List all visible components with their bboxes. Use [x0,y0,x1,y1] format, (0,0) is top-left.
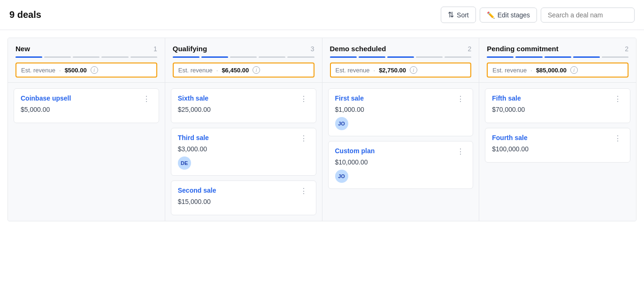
column-count: 3 [311,45,314,53]
sort-label: Sort [457,11,469,19]
revenue-label: Est. revenue [336,67,370,74]
deal-card[interactable]: Sixth sale ⋮ $25,000.00 [171,88,316,123]
deal-name[interactable]: First sale [335,94,364,102]
progress-bar [173,56,314,58]
deal-card[interactable]: Fourth sale ⋮ $100,000.00 [485,128,630,163]
deal-amount: $5,000.00 [21,106,152,113]
column-qualifying: Qualifying 3 Est. revenue · $6,450.00 i … [165,38,322,221]
progress-segment [330,56,357,58]
deal-amount: $70,000.00 [492,106,623,113]
revenue-value: $2,750.00 [379,67,406,74]
progress-segment [130,56,157,58]
revenue-label: Est. revenue [492,67,527,74]
revenue-dot: · [530,67,532,74]
progress-segment [387,56,414,58]
progress-bar [330,56,472,58]
deal-amount: $10,000.00 [335,158,467,166]
column-count: 1 [153,45,157,53]
avatar: DE [178,156,191,170]
deal-card-header: Custom plan ⋮ [335,147,467,156]
deal-card-header: Fourth sale ⋮ [492,134,623,143]
deal-name[interactable]: Sixth sale [178,94,208,102]
column-title-row: New 1 [15,45,157,53]
info-icon[interactable]: i [253,66,260,74]
deal-card[interactable]: Coinbase upsell ⋮ $5,000.00 [14,88,159,123]
column-header-pending-commitment: Pending commitment 2 Est. revenue · $85,… [479,38,636,83]
progress-bar [15,56,157,58]
edit-stages-label: Edit stages [498,11,530,19]
deal-card-header: Sixth sale ⋮ [178,94,309,104]
deal-card-header: Third sale ⋮ [178,134,309,143]
deal-card-header: Fifth sale ⋮ [492,94,623,104]
deal-amount: $25,000.00 [178,106,309,113]
deal-amount: $15,000.00 [178,198,309,205]
sort-button[interactable]: ⇅ Sort [441,7,476,23]
progress-bar [487,56,629,58]
deal-card[interactable]: Third sale ⋮ $3,000.00 DE [171,128,316,176]
column-title-row: Demo scheduled 2 [330,45,472,53]
column-new: New 1 Est. revenue · $500.00 i Coinbase … [8,38,165,221]
column-body-qualifying: Sixth sale ⋮ $25,000.00 Third sale ⋮ $3,… [165,83,322,221]
progress-segment [173,56,199,58]
revenue-box: Est. revenue · $85,000.00 i [487,63,629,78]
avatar: JO [335,117,348,130]
revenue-box: Est. revenue · $500.00 i [15,63,157,78]
revenue-value: $85,000.00 [536,67,567,74]
search-input[interactable] [541,8,635,23]
page-header: 9 deals ⇅ Sort ✏️ Edit stages [0,0,644,30]
progress-segment [73,56,100,58]
progress-segment [201,56,228,58]
progress-segment [544,56,571,58]
deal-card[interactable]: Custom plan ⋮ $10,000.00 JO [328,141,474,189]
deal-menu-button[interactable]: ⋮ [612,94,623,104]
progress-segment [287,56,314,58]
deal-card[interactable]: Second sale ⋮ $15,000.00 [171,180,316,215]
deal-menu-button[interactable]: ⋮ [612,134,623,143]
column-header-qualifying: Qualifying 3 Est. revenue · $6,450.00 i [165,38,322,83]
revenue-dot: · [374,67,376,74]
revenue-label: Est. revenue [21,67,55,74]
deal-name[interactable]: Fifth sale [492,94,521,102]
revenue-box: Est. revenue · $2,750.00 i [330,63,472,78]
deal-name[interactable]: Coinbase upsell [21,94,71,102]
deal-name[interactable]: Custom plan [335,147,375,155]
column-count: 2 [625,45,629,53]
deal-amount: $3,000.00 [178,145,309,153]
progress-segment [515,56,542,58]
column-title-row: Pending commitment 2 [487,45,629,53]
deal-name[interactable]: Third sale [178,134,209,141]
deal-menu-button[interactable]: ⋮ [141,94,152,104]
column-body-pending-commitment: Fifth sale ⋮ $70,000.00 Fourth sale ⋮ $1… [479,83,636,168]
deal-card[interactable]: First sale ⋮ $1,000.00 JO [328,88,474,136]
deal-name[interactable]: Fourth sale [492,134,527,141]
revenue-dot: · [216,67,218,74]
info-icon[interactable]: i [91,66,98,74]
kanban-board: New 1 Est. revenue · $500.00 i Coinbase … [8,38,636,221]
column-body-new: Coinbase upsell ⋮ $5,000.00 [8,83,165,129]
progress-segment [101,56,128,58]
deal-card[interactable]: Fifth sale ⋮ $70,000.00 [485,88,630,123]
revenue-value: $500.00 [65,67,87,74]
column-header-demo-scheduled: Demo scheduled 2 Est. revenue · $2,750.0… [322,38,479,83]
deal-name[interactable]: Second sale [178,187,216,194]
revenue-box: Est. revenue · $6,450.00 i [173,63,314,78]
info-icon[interactable]: i [410,66,417,74]
deal-menu-button[interactable]: ⋮ [455,94,466,104]
deal-menu-button[interactable]: ⋮ [298,94,309,104]
edit-icon: ✏️ [487,11,495,19]
progress-segment [573,56,600,58]
deal-menu-button[interactable]: ⋮ [298,134,309,143]
info-icon[interactable]: i [570,66,578,74]
revenue-dot: · [59,67,61,74]
deal-menu-button[interactable]: ⋮ [455,147,466,156]
column-body-demo-scheduled: First sale ⋮ $1,000.00 JO Custom plan ⋮ … [322,83,479,195]
column-demo-scheduled: Demo scheduled 2 Est. revenue · $2,750.0… [322,38,480,221]
deal-card-header: Second sale ⋮ [178,187,309,196]
header-actions: ⇅ Sort ✏️ Edit stages [441,7,635,23]
deal-menu-button[interactable]: ⋮ [298,187,309,196]
edit-stages-button[interactable]: ✏️ Edit stages [480,8,537,23]
progress-segment [359,56,385,58]
progress-segment [15,56,42,58]
deal-card-header: First sale ⋮ [335,94,467,104]
revenue-value: $6,450.00 [222,67,249,74]
